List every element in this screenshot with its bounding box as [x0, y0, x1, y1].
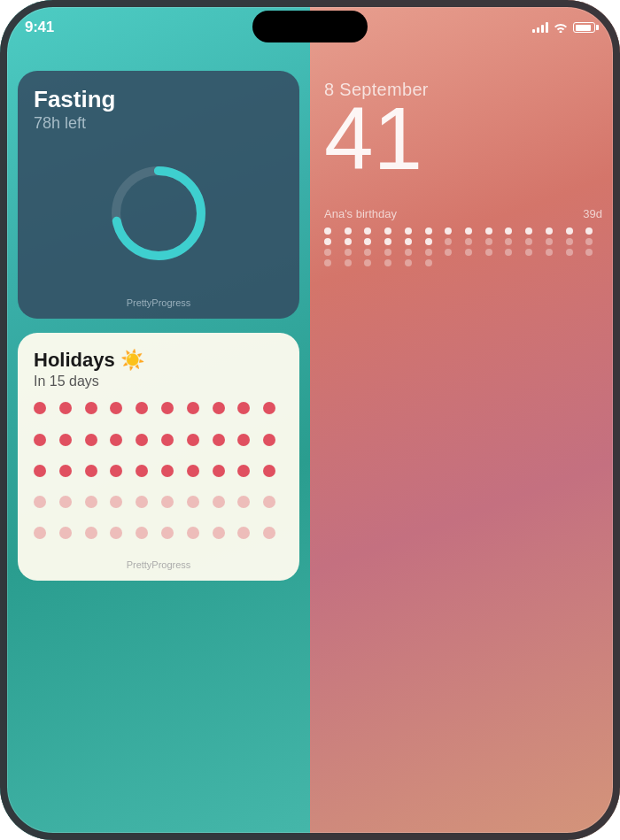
holidays-dot — [263, 527, 275, 539]
battery-fill — [576, 25, 591, 31]
holidays-dot — [34, 465, 46, 477]
birthday-dot — [345, 238, 352, 245]
birthday-dot — [405, 238, 412, 245]
birthday-dot — [566, 227, 573, 235]
holidays-dot — [110, 434, 122, 446]
holidays-dot — [237, 434, 250, 446]
birthday-dot — [405, 227, 412, 235]
holidays-dot — [263, 434, 275, 446]
holidays-dot — [213, 434, 225, 446]
holidays-dot — [187, 465, 199, 477]
main-content: Fasting 78h left PrettyProgress Holidays… — [0, 53, 620, 840]
holidays-dot — [110, 402, 122, 414]
birthday-dot — [505, 249, 512, 256]
holidays-widget[interactable]: Holidays ☀️ In 15 days PrettyProgress — [18, 333, 299, 581]
status-time: 9:41 — [25, 19, 54, 36]
birthday-dot — [566, 249, 573, 256]
dynamic-island — [252, 11, 368, 42]
holidays-title: Holidays ☀️ — [34, 349, 283, 372]
holidays-dot — [187, 496, 199, 508]
holidays-dot — [237, 527, 250, 539]
date-section: 8 September 41 — [324, 71, 602, 189]
birthday-dot — [546, 227, 553, 235]
holidays-dot — [136, 434, 148, 446]
birthday-dot — [345, 259, 352, 266]
holidays-dot — [237, 402, 250, 414]
holidays-dot — [85, 527, 97, 539]
holidays-dot — [187, 527, 199, 539]
birthday-dot — [485, 238, 492, 245]
birthday-dot — [425, 227, 432, 235]
birthday-dot — [445, 227, 452, 235]
birthday-dot — [324, 249, 331, 256]
birthday-dot — [345, 249, 352, 256]
holidays-dot-grid — [34, 402, 283, 552]
holidays-dot — [85, 434, 97, 446]
holidays-dot — [59, 465, 72, 477]
holidays-dot — [213, 465, 225, 477]
fasting-brand: PrettyProgress — [34, 297, 283, 308]
left-column: Fasting 78h left PrettyProgress Holidays… — [0, 53, 310, 840]
phone-frame: 9:41 Fasting 78h left — [0, 0, 620, 840]
birthday-dot — [324, 259, 331, 266]
battery-icon — [573, 22, 595, 33]
birthday-days: 39d — [583, 207, 602, 220]
holidays-dot — [59, 434, 72, 446]
holidays-dot — [263, 402, 275, 414]
fasting-title: Fasting — [34, 87, 283, 112]
birthday-dot — [546, 238, 553, 245]
fasting-widget[interactable]: Fasting 78h left PrettyProgress — [18, 71, 299, 319]
birthday-dot — [546, 249, 553, 256]
holidays-dot — [59, 527, 72, 539]
birthday-dot-grid — [324, 227, 602, 266]
birthday-dot — [425, 238, 432, 245]
holidays-dot — [187, 434, 199, 446]
holidays-dot — [110, 496, 122, 508]
birthday-dot — [525, 249, 532, 256]
holidays-dot — [161, 465, 174, 477]
birthday-label: Ana's birthday — [324, 207, 397, 220]
birthday-dot — [384, 238, 391, 245]
holidays-dot — [213, 402, 225, 414]
signal-icon — [532, 22, 548, 33]
birthday-dot — [505, 238, 512, 245]
birthday-dot — [525, 238, 532, 245]
birthday-dot — [465, 249, 472, 256]
holidays-dot — [136, 496, 148, 508]
holidays-dot — [85, 465, 97, 477]
progress-circle-container — [34, 133, 283, 294]
birthday-dot — [465, 227, 472, 235]
holidays-dot — [85, 402, 97, 414]
progress-circle — [105, 160, 212, 266]
holidays-subtitle: In 15 days — [34, 374, 283, 389]
date-day: 41 — [324, 96, 602, 181]
holidays-dot — [34, 402, 46, 414]
holidays-dot — [85, 496, 97, 508]
birthday-row: Ana's birthday 39d — [324, 207, 602, 220]
birthday-section: Ana's birthday 39d — [324, 207, 602, 266]
birthday-dot — [405, 259, 412, 266]
right-column: 8 September 41 Ana's birthday 39d — [310, 53, 620, 840]
birthday-dot — [485, 227, 492, 235]
holidays-dot — [213, 527, 225, 539]
holidays-dot — [136, 527, 148, 539]
birthday-dot — [505, 227, 512, 235]
birthday-dot — [445, 238, 452, 245]
birthday-dot — [345, 227, 352, 235]
holidays-dot — [263, 496, 275, 508]
holidays-dot — [187, 402, 199, 414]
holidays-dot — [161, 527, 174, 539]
status-icons — [532, 22, 595, 33]
birthday-dot — [585, 249, 593, 256]
holidays-dot — [213, 496, 225, 508]
holidays-dot — [110, 527, 122, 539]
birthday-dot — [405, 249, 412, 256]
holidays-dot — [34, 527, 46, 539]
holidays-dot — [59, 496, 72, 508]
wifi-icon — [554, 22, 568, 33]
holidays-dot — [237, 465, 250, 477]
holidays-dot — [34, 434, 46, 446]
holidays-dot — [161, 402, 174, 414]
holidays-dot — [34, 496, 46, 508]
birthday-dot — [324, 238, 331, 245]
